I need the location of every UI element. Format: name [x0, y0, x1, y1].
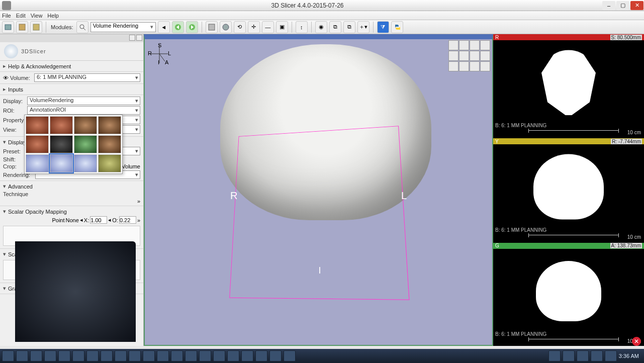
slice-view-green[interactable]: GA: 138.73mm B: 6: 1 MM PLANNING 10 cm — [493, 243, 644, 346]
task-item[interactable] — [199, 350, 211, 361]
task-item[interactable] — [143, 350, 155, 361]
crosshair-button[interactable]: ✛ — [248, 21, 260, 33]
ruler-button[interactable]: ― — [262, 21, 274, 33]
tray-icon[interactable] — [548, 350, 561, 361]
screenshot-button[interactable]: ▣ — [276, 21, 288, 33]
view-axes-icon[interactable] — [470, 61, 480, 71]
section-advanced[interactable]: Advanced — [3, 182, 140, 191]
view-ortho-icon[interactable] — [480, 51, 490, 61]
view-center-icon[interactable] — [480, 40, 490, 50]
nav-fwd-button[interactable] — [186, 21, 198, 33]
window-close-button[interactable]: ✕ — [630, 1, 643, 10]
task-item[interactable] — [157, 350, 169, 361]
save-button[interactable] — [30, 21, 42, 33]
preset-thumb[interactable] — [98, 116, 121, 134]
task-item[interactable] — [129, 350, 141, 361]
view-spin-icon[interactable] — [459, 51, 469, 61]
tray-icon[interactable] — [591, 350, 603, 361]
task-item[interactable] — [101, 350, 113, 361]
tray-icon[interactable] — [605, 350, 617, 361]
capture-button[interactable]: ◉ — [315, 21, 327, 33]
fit-volume-button[interactable]: Volume — [122, 163, 140, 169]
restore-button[interactable]: ⟲ — [234, 21, 246, 33]
view-pin-icon[interactable] — [448, 40, 458, 50]
python-console-button[interactable] — [391, 21, 403, 33]
tray-icon[interactable] — [577, 350, 589, 361]
task-item[interactable] — [241, 350, 253, 361]
section-inputs[interactable]: Inputs — [3, 85, 140, 94]
task-item[interactable] — [30, 350, 42, 361]
module-history-back-button[interactable]: ◄ — [158, 21, 170, 33]
view-zoom-in-icon[interactable] — [459, 40, 469, 50]
preset-thumb[interactable] — [26, 135, 49, 153]
layout-button[interactable] — [206, 21, 218, 33]
slice-view-red[interactable]: RS: 80.500mm B: 6: 1 MM PLANNING 10 cm — [493, 34, 644, 137]
x-input[interactable] — [90, 216, 107, 224]
preset-thumb[interactable] — [74, 154, 97, 172]
scene-views-button[interactable]: ⧉ — [329, 21, 341, 33]
view-visibility-icon[interactable] — [448, 61, 458, 71]
panel-pin-icon[interactable] — [129, 35, 135, 41]
display-node-selector[interactable]: VolumeRendering — [27, 97, 140, 105]
task-item[interactable] — [213, 350, 225, 361]
module-search-button[interactable] — [76, 21, 88, 33]
start-button[interactable] — [2, 350, 14, 361]
task-item[interactable] — [269, 350, 282, 361]
volume-selector[interactable]: 6: 1 MM PLANNING — [34, 73, 140, 82]
view-ruler-icon[interactable] — [480, 61, 490, 71]
menu-file[interactable]: File — [2, 13, 11, 19]
section-scalar-opacity[interactable]: Scalar Opacity Mapping — [3, 207, 140, 216]
layout-alt-button[interactable] — [220, 21, 232, 33]
window-maximize-button[interactable]: ▢ — [616, 1, 629, 10]
task-item[interactable] — [227, 350, 239, 361]
module-selector[interactable]: Volume Rendering — [90, 22, 156, 32]
extension-manager-button[interactable]: ⧩ — [377, 21, 389, 33]
x-prev-icon[interactable]: ◂ — [80, 217, 83, 223]
preset-thumb[interactable] — [74, 135, 97, 153]
menu-view[interactable]: View — [31, 13, 43, 19]
preset-thumb-selected[interactable] — [50, 154, 73, 172]
section-help[interactable]: Help & Acknowledgement — [3, 62, 140, 70]
preset-thumb[interactable] — [98, 135, 121, 153]
preset-thumb[interactable] — [50, 116, 73, 134]
mouse-mode-button[interactable]: ↕ — [296, 21, 308, 33]
preset-thumb[interactable] — [26, 154, 49, 172]
view-rock-icon[interactable] — [448, 51, 458, 61]
add-button[interactable]: ＋▾ — [357, 21, 370, 33]
window-minimize-button[interactable]: – — [602, 1, 615, 10]
expand-more-icon[interactable]: » — [137, 198, 140, 204]
dicom-button[interactable] — [16, 21, 28, 33]
view-more-icon[interactable] — [459, 61, 469, 71]
menu-edit[interactable]: Edit — [16, 13, 26, 19]
o-input[interactable] — [119, 216, 136, 224]
taskbar-clock[interactable]: 3:36 AM — [619, 353, 639, 359]
menu-help[interactable]: Help — [47, 13, 59, 19]
task-item[interactable] — [72, 350, 84, 361]
view-zoom-out-icon[interactable] — [470, 40, 480, 50]
task-item[interactable] — [284, 350, 296, 361]
nav-back-button[interactable] — [172, 21, 184, 33]
task-item[interactable] — [86, 350, 99, 361]
overlay-close-button[interactable]: ✕ — [632, 337, 641, 346]
o-prev-icon[interactable]: ◂ — [108, 217, 111, 223]
task-item[interactable] — [115, 350, 127, 361]
tray-icon[interactable] — [563, 350, 575, 361]
task-item[interactable] — [185, 350, 197, 361]
load-data-button[interactable] — [2, 21, 14, 33]
task-item[interactable] — [171, 350, 183, 361]
o-next-icon[interactable]: » — [137, 217, 140, 223]
preset-thumb[interactable] — [26, 116, 49, 134]
task-item[interactable] — [255, 350, 267, 361]
view-stereo-icon[interactable] — [470, 51, 480, 61]
preset-thumb[interactable] — [74, 116, 97, 134]
task-item[interactable] — [58, 350, 70, 361]
panel-close-icon[interactable] — [136, 35, 142, 41]
slice-view-yellow[interactable]: YR: -7.744mm B: 6: 1 MM PLANNING 10 cm — [493, 138, 644, 241]
roi-selector[interactable]: AnnotationROI — [27, 106, 140, 115]
task-item[interactable] — [16, 350, 28, 361]
task-item[interactable] — [44, 350, 56, 361]
preset-thumb[interactable] — [50, 135, 73, 153]
extensions-button[interactable]: ⧉ — [343, 21, 355, 33]
threed-view[interactable]: S R L A I R L I — [144, 34, 493, 346]
preset-thumb[interactable] — [98, 154, 121, 172]
